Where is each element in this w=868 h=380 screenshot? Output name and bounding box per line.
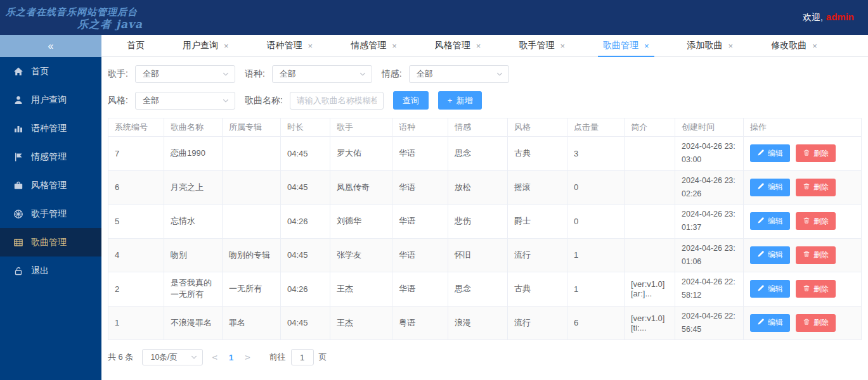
edit-button[interactable]: 编辑 — [750, 179, 790, 196]
cell-actions: 编辑 删除 — [744, 272, 862, 307]
song-name-input[interactable] — [290, 92, 384, 110]
edit-button[interactable]: 编辑 — [750, 314, 790, 332]
sidebar-item-label: 歌曲管理 — [31, 237, 67, 248]
tab[interactable]: 情感管理 × — [332, 35, 416, 56]
cell-system-id: 2 — [108, 272, 164, 307]
username[interactable]: admin — [826, 11, 854, 22]
edit-button[interactable]: 编辑 — [750, 246, 790, 264]
current-page[interactable]: 1 — [229, 353, 233, 362]
chevron-down-icon — [496, 70, 503, 78]
cell-actions: 编辑 删除 — [744, 137, 862, 171]
tab-bar: 首页 用户查询 × 语种管理 × 情感管理 × 风格管理 × 歌手管理 × 歌曲… — [101, 35, 868, 57]
cell-style: 流行 — [508, 306, 567, 340]
app-subtitle: 乐之者 java — [77, 17, 143, 32]
delete-button[interactable]: 删除 — [796, 212, 836, 230]
delete-button[interactable]: 删除 — [796, 314, 836, 332]
search-button[interactable]: 查询 — [393, 91, 429, 110]
cell-language: 华语 — [392, 170, 448, 205]
cell-language: 华语 — [392, 272, 448, 307]
cell-song-name: 是否我真的一无所有 — [164, 272, 223, 307]
column-header: 操作 — [744, 118, 862, 137]
cell-singer: 凤凰传奇 — [330, 170, 392, 205]
trash-icon — [803, 217, 810, 226]
main-content: 首页 用户查询 × 语种管理 × 情感管理 × 风格管理 × 歌手管理 × 歌曲… — [101, 35, 868, 380]
sidebar-item-briefcase[interactable]: 风格管理 — [0, 171, 101, 200]
cell-actions: 编辑 删除 — [744, 205, 862, 239]
cell-duration: 04:45 — [281, 306, 330, 340]
prev-page-icon[interactable]: < — [212, 352, 217, 362]
sidebar-item-user[interactable]: 用户查询 — [0, 86, 101, 114]
cell-duration: 04:45 — [281, 137, 330, 171]
sidebar-item-lock[interactable]: 退出 — [0, 256, 101, 285]
column-header: 时长 — [281, 118, 330, 137]
edit-button[interactable]: 编辑 — [750, 280, 790, 298]
delete-button[interactable]: 删除 — [796, 246, 836, 264]
chevron-down-icon — [359, 70, 366, 78]
edit-button[interactable]: 编辑 — [750, 144, 790, 162]
user-icon — [13, 95, 23, 105]
cell-style: 古典 — [508, 137, 567, 171]
cell-language: 华语 — [392, 238, 448, 272]
add-button[interactable]: + 新增 — [438, 91, 483, 110]
cell-emotion: 悲伤 — [448, 205, 508, 239]
emotion-select-value: 全部 — [417, 68, 433, 80]
delete-button[interactable]: 删除 — [796, 144, 836, 162]
cell-style: 爵士 — [508, 205, 567, 239]
delete-button[interactable]: 删除 — [796, 179, 836, 196]
next-page-icon[interactable]: > — [245, 352, 250, 362]
cell-emotion: 怀旧 — [448, 238, 508, 272]
tab[interactable]: 修改歌曲 × — [752, 35, 836, 56]
singer-select[interactable]: 全部 — [135, 65, 235, 83]
total-count: 共 6 条 — [108, 352, 133, 363]
emotion-select[interactable]: 全部 — [409, 65, 509, 83]
close-icon[interactable]: × — [560, 41, 565, 51]
cell-album — [223, 205, 281, 239]
sidebar-item-home[interactable]: 首页 — [0, 57, 101, 86]
pencil-icon — [757, 182, 765, 192]
tab-label: 添加歌曲 — [687, 40, 723, 51]
goto-page-input[interactable] — [291, 349, 314, 365]
sidebar-item-flag[interactable]: 情感管理 — [0, 142, 101, 171]
tab[interactable]: 用户查询 × — [164, 35, 248, 56]
cell-intro: [ver:v1.0] [ar:]... — [625, 272, 675, 307]
cell-language: 华语 — [392, 205, 448, 239]
page-size-select[interactable]: 10条/页 — [142, 349, 203, 365]
edit-button[interactable]: 编辑 — [750, 212, 790, 230]
language-select[interactable]: 全部 — [272, 65, 372, 83]
close-icon[interactable]: × — [476, 41, 481, 51]
song-name-label: 歌曲名称: — [245, 95, 283, 106]
column-header: 歌曲名称 — [164, 118, 223, 137]
tab[interactable]: 语种管理 × — [248, 35, 332, 56]
delete-button[interactable]: 删除 — [796, 280, 836, 298]
table-row: 7 恋曲1990 04:45 罗大佑 华语 思念 古典 3 2024-04-26… — [108, 137, 862, 171]
sidebar-item-chart[interactable]: 语种管理 — [0, 114, 101, 142]
cell-clicks: 6 — [567, 306, 625, 340]
plus-icon: + — [448, 96, 453, 104]
tab[interactable]: 风格管理 × — [416, 35, 500, 56]
tab[interactable]: 添加歌曲 × — [668, 35, 753, 56]
cell-system-id: 1 — [108, 306, 164, 340]
column-header: 语种 — [392, 118, 448, 137]
column-header: 系统编号 — [108, 118, 164, 137]
close-icon[interactable]: × — [729, 41, 734, 51]
close-icon[interactable]: × — [812, 41, 817, 51]
cell-clicks: 3 — [567, 137, 625, 171]
tab[interactable]: 歌手管理 × — [500, 35, 584, 56]
tab[interactable]: 首页 — [108, 35, 164, 56]
close-icon[interactable]: × — [308, 41, 313, 51]
sidebar-item-film[interactable]: 歌曲管理 — [0, 228, 101, 256]
welcome-text: 欢迎,admin — [803, 11, 854, 23]
cell-singer: 张学友 — [330, 238, 392, 272]
sidebar-item-wheel[interactable]: 歌手管理 — [0, 200, 101, 228]
tab[interactable]: 歌曲管理 × — [584, 35, 668, 56]
style-select[interactable]: 全部 — [135, 92, 235, 110]
table-header-row: 系统编号歌曲名称所属专辑时长歌手语种情感风格点击量简介创建时间操作 — [108, 118, 862, 137]
film-icon — [13, 238, 23, 248]
cell-album: 罪名 — [223, 306, 281, 340]
cell-singer: 王杰 — [330, 272, 392, 307]
close-icon[interactable]: × — [392, 41, 397, 51]
collapse-icon: « — [48, 41, 54, 52]
close-icon[interactable]: × — [644, 41, 649, 51]
sidebar-collapse-button[interactable]: « — [0, 35, 101, 57]
close-icon[interactable]: × — [224, 41, 229, 51]
